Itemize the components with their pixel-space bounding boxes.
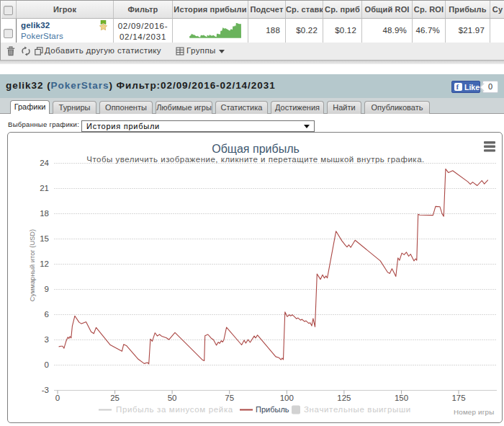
svg-text:Суммарный итог (USD): Суммарный итог (USD) <box>29 229 36 301</box>
svg-text:Значительные выигрыши: Значительные выигрыши <box>304 405 411 414</box>
svg-text:9: 9 <box>45 285 49 293</box>
svg-text:100: 100 <box>280 394 294 402</box>
svg-text:Прибыль: Прибыль <box>256 405 289 414</box>
svg-text:150: 150 <box>395 394 408 402</box>
svg-text:Чтобы увеличить изображение, к: Чтобы увеличить изображение, кликните и … <box>86 155 425 164</box>
svg-text:0: 0 <box>55 394 60 402</box>
svg-text:3: 3 <box>45 335 49 344</box>
svg-text:21: 21 <box>40 184 49 192</box>
svg-text:25: 25 <box>110 394 120 402</box>
svg-text:Номер игры: Номер игры <box>454 408 494 416</box>
svg-text:175: 175 <box>451 394 465 402</box>
svg-text:0: 0 <box>45 360 49 369</box>
svg-text:24: 24 <box>40 159 49 167</box>
svg-text:18: 18 <box>40 209 49 218</box>
svg-text:50: 50 <box>168 394 177 402</box>
svg-text:6: 6 <box>45 310 49 319</box>
svg-text:Общая прибыль: Общая прибыль <box>212 143 300 155</box>
svg-text:125: 125 <box>337 394 351 402</box>
svg-text:75: 75 <box>225 394 234 402</box>
svg-text:12: 12 <box>40 259 49 268</box>
svg-text:Прибыль за минусом рейка: Прибыль за минусом рейка <box>116 405 233 414</box>
svg-text:15: 15 <box>40 234 49 243</box>
svg-text:-3: -3 <box>42 386 49 394</box>
